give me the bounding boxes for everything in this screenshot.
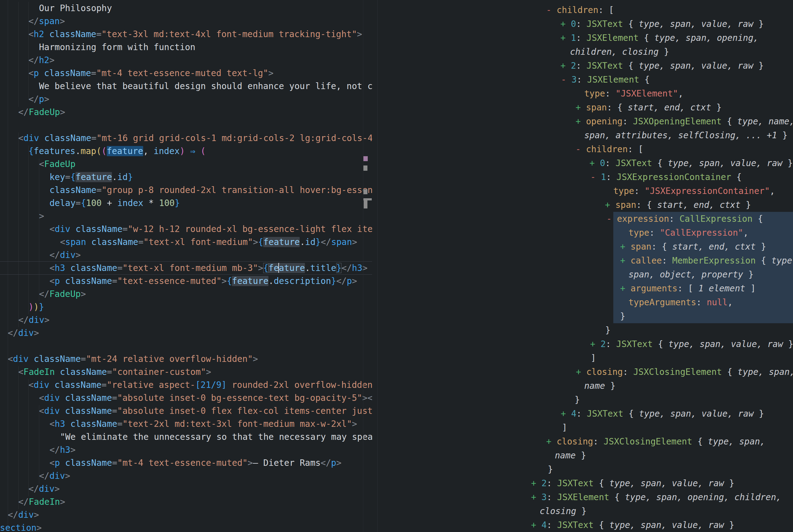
code-token-pun: >: [75, 250, 81, 260]
code-token-pun: =: [65, 172, 71, 182]
ast-token-mp: +: [620, 283, 631, 293]
code-token-pun: >: [39, 211, 44, 221]
ast-row[interactable]: + span: { start, end, ctxt }: [576, 100, 721, 114]
code-line[interactable]: <p className="text-essence-muted">{featu…: [50, 275, 357, 288]
code-line[interactable]: </div>: [28, 482, 60, 495]
ast-token-key: arguments: [631, 283, 678, 293]
ast-row-highlighted[interactable]: + arguments: [ 1 element ]: [620, 282, 756, 296]
ast-token-key: closing: [586, 367, 623, 377]
ast-row[interactable]: ]: [591, 351, 596, 365]
ast-token-pn: }: [782, 158, 793, 168]
code-line[interactable]: <div className="mt-16 grid grid-cols-1 m…: [18, 132, 372, 145]
code-line[interactable]: <FadeIn className="container-custom">: [18, 366, 211, 379]
ast-row[interactable]: + 2: JSXText { type, span, value, raw }: [560, 59, 763, 73]
ast-row-highlighted[interactable]: - expression: CallExpression {: [606, 212, 763, 226]
ast-row[interactable]: - children: [: [546, 3, 614, 17]
ast-row-highlighted[interactable]: typeArguments: null,: [628, 296, 733, 309]
code-line[interactable]: ))}: [28, 301, 44, 314]
code-line[interactable]: </FadeUp>: [39, 288, 86, 301]
ast-token-pn: : [: [677, 283, 698, 293]
ast-row[interactable]: + closing: JSXClosingElement { type, spa…: [546, 435, 765, 449]
code-line[interactable]: className="group p-8 rounded-2xl transit…: [50, 184, 372, 197]
code-line[interactable]: </div>: [39, 470, 70, 482]
code-line[interactable]: </div>: [18, 314, 50, 327]
ast-row[interactable]: + closing: JSXClosingElement { type, spa…: [576, 365, 793, 379]
ast-token-pn: {: [594, 478, 609, 488]
code-token-attr: className: [60, 406, 112, 416]
ast-row[interactable]: + 0: JSXText { type, span, value, raw }: [560, 17, 763, 31]
ast-row[interactable]: + 0: JSXText { type, span, value, raw }: [589, 156, 793, 170]
code-line[interactable]: {features.map((feature, index) ⇒ (: [28, 145, 206, 158]
code-line[interactable]: <FadeUp: [39, 158, 75, 171]
ast-token-it: type, span,: [708, 436, 765, 446]
code-line[interactable]: <div className="relative aspect-[21/9] r…: [28, 379, 372, 392]
code-token-br: }: [175, 198, 180, 208]
code-token-tag: span: [331, 237, 352, 247]
code-line[interactable]: We believe that beautiful design should …: [39, 80, 372, 93]
ast-token-mp: +: [576, 102, 586, 113]
ast-row[interactable]: }: [548, 462, 553, 476]
code-token-pun: =: [117, 263, 122, 273]
code-line[interactable]: <span className="text-xl font-medium">{f…: [60, 236, 357, 249]
code-line[interactable]: delay={100 + index * 100}: [50, 197, 180, 210]
code-line[interactable]: key={feature.id}: [50, 171, 133, 184]
ast-row[interactable]: span, attributes, selfClosing, ... +1 }: [584, 128, 788, 142]
ast-row-highlighted[interactable]: + span: { start, end, ctxt }: [620, 240, 766, 254]
ast-row[interactable]: + opening: JSXOpeningElement { type, nam…: [576, 114, 793, 128]
ast-token-pn: {: [692, 436, 708, 446]
code-line[interactable]: </h3>: [50, 443, 75, 457]
code-line[interactable]: </span>: [28, 15, 65, 28]
ast-row-highlighted[interactable]: }: [620, 309, 625, 323]
ast-row[interactable]: type: "JSXExpressionContainer",: [613, 184, 775, 198]
ast-row[interactable]: }: [605, 323, 611, 337]
code-line[interactable]: <div className="absolute inset-0 bg-esse…: [39, 392, 372, 404]
ast-row[interactable]: ]: [562, 421, 567, 435]
ast-row[interactable]: + 3: JSXElement { type, span, opening, c…: [531, 490, 781, 504]
code-line[interactable]: <section>: [0, 521, 42, 532]
code-line[interactable]: </FadeIn>: [18, 495, 65, 509]
code-line-current[interactable]: <h3 className="text-xl font-medium mb-3"…: [50, 262, 367, 275]
ast-row[interactable]: }: [575, 393, 580, 407]
ast-row-highlighted[interactable]: span, object, property }: [628, 268, 754, 282]
code-line[interactable]: <p className="mt-4 text-essence-muted te…: [28, 67, 273, 80]
code-line[interactable]: Harmonizing form with function: [39, 41, 195, 54]
code-line[interactable]: </div>: [50, 249, 81, 262]
code-line[interactable]: <div className="mt-24 relative overflow-…: [8, 353, 258, 366]
code-line[interactable]: </div>: [8, 327, 39, 340]
code-line[interactable]: <div className="w-12 h-12 rounded-xl bg-…: [50, 223, 372, 236]
ast-row[interactable]: + 4: JSXText { type, span, value, raw }: [561, 407, 764, 421]
ast-tree-pane[interactable]: - children: [+ 0: JSXText { type, span, …: [378, 0, 793, 532]
code-line[interactable]: <h3 className="text-2xl md:text-3xl font…: [50, 418, 357, 431]
code-line[interactable]: </div>: [8, 509, 39, 521]
code-lines-container[interactable]: Our Philosophy</span><h2 className="text…: [0, 0, 372, 532]
ast-row[interactable]: + 1: JSXElement { type, span, opening,: [560, 31, 759, 45]
code-line[interactable]: <p className="mt-4 text-essence-muted">—…: [50, 457, 342, 470]
ast-row-highlighted[interactable]: + callee: MemberExpression { type,: [620, 254, 793, 268]
code-line[interactable]: </h2>: [28, 54, 54, 67]
ast-row[interactable]: - 3: JSXElement {: [561, 73, 650, 87]
ast-row[interactable]: + 2: JSXText { type, span, value, raw }: [531, 476, 734, 490]
ast-row[interactable]: children, closing }: [570, 45, 669, 59]
code-line[interactable]: </p>: [28, 93, 49, 106]
ast-row[interactable]: - 1: JSXExpressionContainer {: [591, 170, 742, 184]
code-line[interactable]: >: [39, 210, 44, 223]
code-line[interactable]: <h2 className="text-3xl md:text-4xl font…: [28, 28, 362, 41]
ast-row[interactable]: - children: [: [576, 142, 643, 156]
ast-row[interactable]: type: "JSXElement",: [584, 87, 683, 100]
ast-row[interactable]: name }: [555, 449, 586, 462]
ast-token-pn: {: [623, 408, 639, 419]
ast-row-highlighted[interactable]: type: "CallExpression",: [628, 226, 749, 240]
ast-row[interactable]: + span: { start, end, ctxt }: [605, 198, 751, 212]
ast-row[interactable]: name }: [584, 379, 616, 393]
code-editor-pane[interactable]: Our Philosophy</span><h2 className="text…: [0, 0, 377, 532]
ast-row[interactable]: + 2: JSXText { type, span, value, raw }: [590, 337, 793, 351]
code-line[interactable]: <div className="absolute inset-0 flex fl…: [39, 404, 372, 418]
code-token-comp: FadeUp: [50, 289, 81, 299]
code-line[interactable]: "We eliminate the unnecessary so that th…: [60, 431, 372, 443]
ast-token-pn: :: [623, 367, 633, 377]
ast-row[interactable]: + 4: JSXText { type, span, value, raw }: [531, 518, 734, 532]
code-token-str: "mt-16 grid grid-cols-1 md:grid-cols-2 l…: [96, 133, 372, 143]
code-line[interactable]: </FadeUp>: [18, 106, 65, 119]
ast-row[interactable]: closing }: [540, 504, 587, 518]
code-line[interactable]: Our Philosophy: [39, 2, 112, 15]
